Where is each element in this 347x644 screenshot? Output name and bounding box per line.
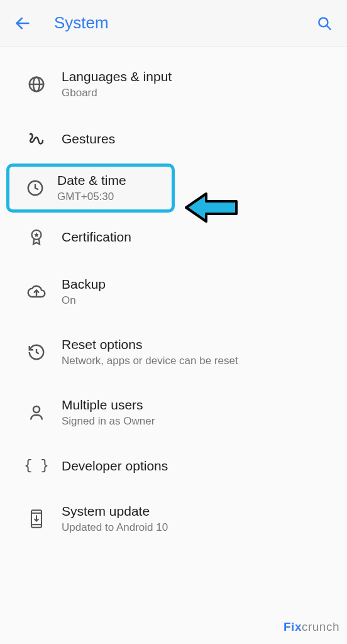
item-title: Certification bbox=[62, 230, 336, 245]
item-multiple-users[interactable]: Multiple users Signed in as Owner bbox=[0, 382, 347, 443]
settings-list: Languages & input Gboard Gestures Date &… bbox=[0, 47, 347, 549]
gesture-icon bbox=[27, 130, 46, 148]
item-title: Date & time bbox=[57, 173, 165, 188]
svg-point-9 bbox=[33, 406, 40, 413]
item-title: Gestures bbox=[62, 131, 336, 147]
item-subtitle: Updated to Android 10 bbox=[62, 521, 336, 534]
item-system-update[interactable]: System update Updated to Android 10 bbox=[0, 489, 347, 549]
item-subtitle: Network, apps or device can be reset bbox=[62, 355, 336, 367]
item-subtitle: GMT+05:30 bbox=[57, 191, 165, 203]
app-header: System bbox=[0, 0, 347, 47]
globe-icon bbox=[27, 75, 46, 94]
watermark: Fixcrunch bbox=[284, 620, 339, 634]
system-update-icon bbox=[28, 509, 45, 529]
page-title: System bbox=[54, 13, 311, 33]
svg-line-2 bbox=[327, 25, 331, 29]
item-title: Backup bbox=[62, 277, 336, 292]
item-date-time[interactable]: Date & time GMT+05:30 bbox=[6, 164, 175, 213]
item-certification[interactable]: Certification bbox=[0, 213, 347, 262]
item-title: System update bbox=[62, 504, 336, 519]
cloud-upload-icon bbox=[26, 282, 47, 302]
clock-icon bbox=[26, 179, 45, 197]
braces-icon: { } bbox=[24, 458, 49, 474]
item-subtitle: Gboard bbox=[62, 87, 336, 99]
item-title: Developer options bbox=[62, 458, 336, 474]
search-icon bbox=[316, 15, 333, 31]
item-languages-input[interactable]: Languages & input Gboard bbox=[0, 54, 347, 114]
item-reset-options[interactable]: Reset options Network, apps or device ca… bbox=[0, 322, 347, 382]
item-developer-options[interactable]: { } Developer options bbox=[0, 443, 347, 489]
arrow-back-icon bbox=[14, 14, 31, 32]
search-button[interactable] bbox=[311, 9, 338, 37]
restore-icon bbox=[27, 343, 46, 362]
item-subtitle: Signed in as Owner bbox=[62, 415, 336, 428]
item-gestures[interactable]: Gestures bbox=[0, 114, 347, 164]
watermark-brand: Fix bbox=[284, 620, 302, 633]
back-button[interactable] bbox=[9, 9, 36, 37]
watermark-suffix: crunch bbox=[302, 620, 339, 633]
person-icon bbox=[27, 403, 46, 422]
item-title: Multiple users bbox=[62, 397, 336, 413]
award-icon bbox=[27, 228, 46, 247]
item-backup[interactable]: Backup On bbox=[0, 262, 347, 322]
item-subtitle: On bbox=[62, 294, 336, 307]
item-title: Reset options bbox=[62, 337, 336, 352]
item-title: Languages & input bbox=[62, 69, 336, 84]
